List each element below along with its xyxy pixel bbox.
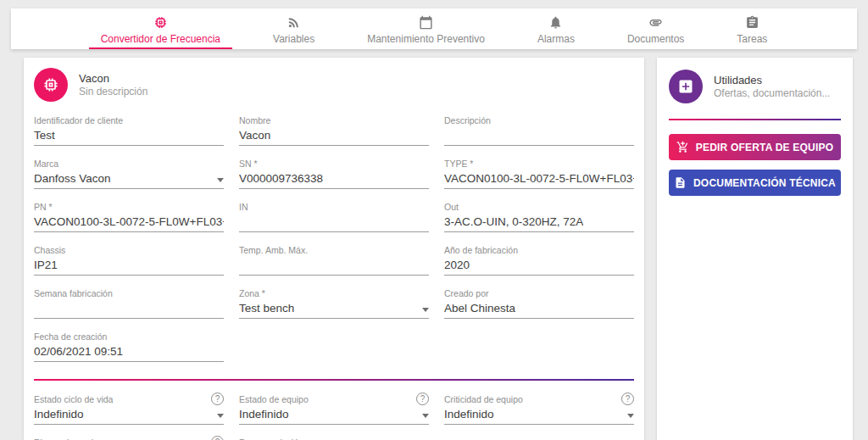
chevron-down-icon (422, 308, 429, 312)
field-label: Out (444, 202, 459, 212)
chevron-down-icon (217, 178, 224, 182)
device-header: Vacon Sin descripción (34, 66, 634, 114)
tab-variables[interactable]: Variables (261, 8, 326, 49)
field-label: Chassis (34, 245, 65, 255)
device-title: Vacon (79, 72, 147, 86)
chassis-input[interactable]: IP21 (34, 256, 224, 276)
field-ano-de-fabricacion: Año de fabricación 2020 (444, 243, 634, 276)
button-label: DOCUMENTACIÓN TÉCNICA (693, 177, 836, 189)
field-creado-por: Creado por Abel Chinesta (444, 287, 634, 319)
field-label: Descripción (444, 115, 491, 125)
field-label: Recomendación (239, 437, 303, 440)
field-label: IN (239, 202, 248, 212)
tab-documentos[interactable]: Documentos (615, 8, 696, 49)
field-descripcion: Descripción (444, 114, 634, 146)
ano-de-fabricacion-input[interactable]: 2020 (444, 256, 634, 276)
field-type: TYPE * VACON0100-3L-0072-5-FL0W+FL03+DPA… (444, 157, 634, 189)
clipboard-icon (745, 14, 760, 30)
field-riesgo-de-equipo: Riesgo de equipo? Indefinido (34, 436, 224, 440)
tab-alarmas[interactable]: Alarmas (526, 8, 587, 49)
field-sn: SN * V000009736338 (239, 157, 429, 189)
device-fields-grid: Identificador de cliente Test Nombre Vac… (34, 114, 634, 362)
tab-label: Documentos (627, 33, 684, 45)
field-label: Fecha de creación (34, 331, 107, 342)
device-avatar (34, 68, 68, 102)
chevron-down-icon (422, 414, 429, 418)
device-subtitle: Sin descripción (79, 86, 147, 98)
sn-input[interactable]: V000009736338 (239, 170, 429, 189)
semana-fabricacion-input[interactable] (34, 299, 224, 319)
add-shopping-cart-icon (676, 141, 689, 153)
calendar-icon (419, 14, 433, 30)
estado-ciclo-de-vida-select[interactable]: Indefinido (34, 405, 224, 425)
tab-convertidor-de-frecuencia[interactable]: Convertidor de Frecuencia (89, 8, 232, 49)
tab-tareas[interactable]: Tareas (725, 8, 779, 49)
field-label: SN * (239, 159, 258, 169)
help-icon[interactable]: ? (416, 393, 429, 405)
field-label: PN * (34, 202, 53, 212)
device-form-panel: Vacon Sin descripción Identificador de c… (24, 58, 644, 440)
estado-de-equipo-select[interactable]: Indefinido (239, 405, 429, 425)
tab-label: Mantenimiento Preventivo (367, 33, 485, 45)
field-estado-de-equipo: Estado de equipo? Indefinido (239, 393, 429, 425)
utilities-header: Utilidades Ofertas, documentación... (669, 68, 841, 115)
field-label: Estado de equipo (239, 394, 309, 404)
tab-mantenimiento-preventivo[interactable]: Mantenimiento Preventivo (355, 8, 497, 49)
utilities-avatar (669, 70, 703, 103)
type-input[interactable]: VACON0100-3L-0072-5-FL0W+FL03+DPAP+DLE (444, 170, 634, 189)
marca-select[interactable]: Danfoss Vacon (34, 170, 224, 189)
bell-icon (548, 14, 563, 30)
identificador-de-cliente-input[interactable]: Test (34, 126, 224, 146)
zona-select[interactable]: Test bench (239, 299, 429, 319)
rss-icon (287, 14, 301, 30)
field-recomendacion: Recomendación Indefinido (239, 436, 429, 440)
field-label: Creado por (444, 288, 489, 298)
utilities-divider (669, 119, 841, 120)
field-marca: Marca Danfoss Vacon (34, 157, 224, 189)
nombre-input[interactable]: Vacon (239, 126, 429, 146)
utilities-title: Utilidades (714, 74, 830, 87)
field-label: Zona * (239, 288, 265, 298)
field-label: Estado ciclo de vida (34, 394, 113, 404)
temp-amb-max-input[interactable] (239, 256, 429, 276)
field-out: Out 3-AC.O-UIN, 0-320HZ, 72A (444, 200, 634, 232)
page-content: Vacon Sin descripción Identificador de c… (0, 49, 868, 440)
utilities-panel: Utilidades Ofertas, documentación... PED… (657, 58, 853, 440)
tab-label: Alarmas (537, 33, 575, 45)
in-input[interactable] (239, 213, 429, 232)
utilities-subtitle: Ofertas, documentación... (714, 87, 830, 100)
help-icon[interactable]: ? (211, 436, 224, 440)
help-icon[interactable]: ? (621, 393, 634, 405)
tab-label: Tareas (737, 33, 767, 45)
field-identificador-de-cliente: Identificador de cliente Test (34, 114, 224, 146)
field-label: Año de fabricación (444, 245, 518, 255)
status-fields-grid: Estado ciclo de vida? Indefinido Estado … (34, 393, 634, 440)
field-label: Temp. Amb. Máx. (239, 245, 308, 255)
help-icon[interactable]: ? (211, 393, 224, 405)
tab-label: Convertidor de Frecuencia (101, 33, 220, 45)
field-nombre: Nombre Vacon (239, 114, 429, 146)
field-label: Criticidad de equipo (444, 394, 523, 404)
field-temp-amb-max: Temp. Amb. Máx. (239, 243, 429, 276)
descripcion-input[interactable] (444, 126, 634, 146)
creado-por-input[interactable]: Abel Chinesta (444, 299, 634, 319)
field-zona: Zona * Test bench (239, 287, 429, 319)
pn-input[interactable]: VACON0100-3L-0072-5-FL0W+FL03+DPAP+DLE (34, 213, 224, 232)
field-chassis: Chassis IP21 (34, 243, 224, 276)
field-semana-fabricacion: Semana fabricación (34, 287, 224, 319)
documentacion-tecnica-button[interactable]: DOCUMENTACIÓN TÉCNICA (669, 170, 841, 196)
pedir-oferta-de-equipo-button[interactable]: PEDIR OFERTA DE EQUIPO (669, 134, 841, 160)
criticidad-de-equipo-select[interactable]: Indefinido (444, 405, 634, 425)
section-divider (34, 379, 634, 381)
chip-icon (153, 14, 168, 30)
chevron-down-icon (217, 414, 224, 418)
field-label: Semana fabricación (34, 288, 113, 298)
out-input[interactable]: 3-AC.O-UIN, 0-320HZ, 72A (444, 213, 634, 232)
document-icon (674, 176, 687, 189)
chip-icon (42, 76, 59, 93)
field-label: Riesgo de equipo (34, 437, 103, 440)
field-label: TYPE * (444, 159, 473, 169)
paperclip-icon (648, 14, 663, 30)
tab-label: Variables (273, 33, 314, 45)
fecha-de-creacion-input[interactable]: 02/06/2021 09:51 (34, 343, 224, 362)
